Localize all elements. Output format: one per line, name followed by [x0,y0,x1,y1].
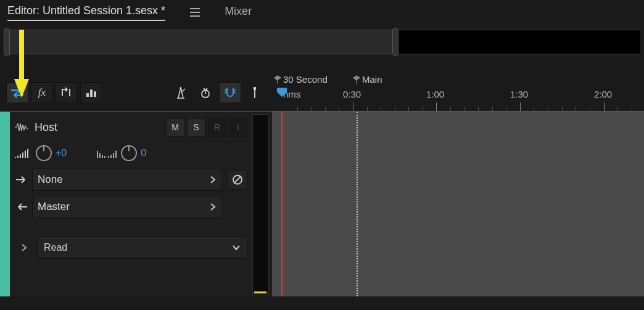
tab-editor[interactable]: Editor: Untitled Session 1.sesx * [7,4,165,21]
pan-scale-icon [96,147,117,159]
chevron-down-icon [232,245,241,251]
panel-tabbar: Editor: Untitled Session 1.sesx * Mixer [0,0,644,25]
ruler-tick-label: 1:00 [426,89,444,99]
playhead-line [281,112,283,296]
svg-rect-3 [90,90,93,97]
sends-button[interactable] [56,82,78,103]
zoom-navigator [0,25,644,59]
ruler-tick-label: 1:30 [510,89,528,99]
panel-menu-icon[interactable] [190,8,200,17]
chevron-right-icon [210,203,216,211]
track-panel-toolbar: fx [0,74,272,111]
ruler-tick-label: 2:00 [594,89,612,99]
playhead[interactable] [276,88,288,98]
volume-value[interactable]: +0 [56,148,67,159]
marker-guideline [357,112,358,296]
marker-30-second[interactable]: 30 Second [274,74,328,85]
tab-mixer[interactable]: Mixer [225,5,252,20]
playhead-options-button[interactable] [244,82,266,103]
svg-rect-4 [94,91,96,97]
input-dropdown[interactable]: None [32,169,221,191]
input-arrow-icon [15,175,28,184]
track-name[interactable]: Host [15,121,161,134]
automation-mode-dropdown[interactable]: Read [37,237,247,259]
automation-expand-icon[interactable] [15,243,33,252]
pan-value[interactable]: 0 [141,148,146,159]
svg-marker-8 [274,75,281,84]
svg-rect-6 [254,87,256,90]
level-meter [252,114,268,294]
svg-line-12 [234,176,241,183]
mono-stereo-button[interactable] [228,170,247,190]
snap-button[interactable] [219,82,241,103]
pan-knob[interactable] [121,145,137,161]
marker-label: Main [362,74,382,85]
mute-button[interactable]: M [166,118,184,136]
output-arrow-icon [15,203,28,211]
arm-record-button[interactable]: R [208,118,226,136]
track-color-strip[interactable] [0,112,10,296]
ruler-tick-label: 0:30 [343,89,361,99]
nav-visible-range[interactable] [10,30,392,54]
marker-flag-icon [353,75,360,84]
timeline-header: 30 Second Main hms 0:30 1:00 1:30 2:00 [272,74,644,111]
eq-button[interactable] [80,82,102,103]
svg-rect-7 [254,90,255,98]
inputs-outputs-button[interactable] [6,82,28,103]
output-dropdown[interactable]: Master [32,196,221,218]
marker-flag-icon [274,75,281,84]
rewind-on-stop-button[interactable] [194,82,217,103]
volume-scale-icon [15,147,32,159]
metronome-button[interactable] [170,82,192,103]
chevron-right-icon [210,175,216,184]
monitor-input-button[interactable]: I [229,118,247,136]
waveform-icon [15,122,30,132]
effects-button[interactable]: fx [31,82,53,103]
marker-main[interactable]: Main [353,74,382,85]
timeline-tracks-area[interactable] [272,111,644,296]
svg-rect-2 [86,93,89,97]
time-ruler[interactable]: hms 0:30 1:00 1:30 2:00 [272,88,644,111]
svg-marker-10 [277,88,287,97]
marker-label: 30 Second [283,74,328,85]
track-header: Host M S R I +0 0 [0,111,272,296]
volume-knob[interactable] [36,145,52,161]
solo-button[interactable]: S [187,118,205,136]
svg-marker-9 [353,75,360,84]
marker-lane[interactable]: 30 Second Main [272,74,644,88]
nav-remainder[interactable] [398,30,640,54]
nav-handle-left[interactable] [4,28,10,56]
nav-handle-right[interactable] [392,28,398,56]
